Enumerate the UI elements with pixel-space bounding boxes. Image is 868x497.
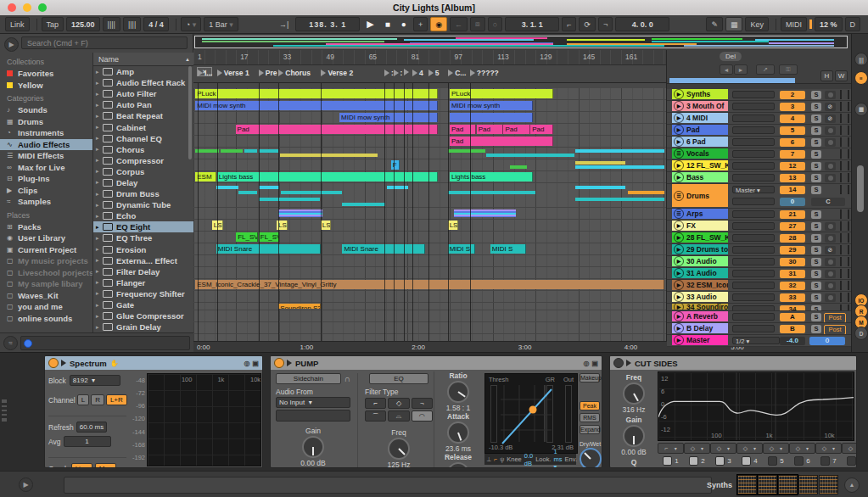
track-io-field[interactable] bbox=[732, 234, 775, 242]
band-filter-select[interactable]: ◇▾ bbox=[684, 443, 710, 454]
clip-lane[interactable] bbox=[193, 322, 666, 334]
device-list-item[interactable]: ▸Drum Buss bbox=[93, 188, 193, 199]
device-list-item[interactable]: ▸Chorus bbox=[93, 144, 193, 155]
track-name-chip[interactable]: ▶FX bbox=[672, 221, 728, 231]
expand-arrow-icon[interactable]: ▸ bbox=[96, 102, 103, 109]
audio-from-channel-select[interactable] bbox=[276, 410, 350, 422]
solo-button[interactable]: S bbox=[811, 258, 821, 266]
mini-clip[interactable] bbox=[238, 191, 257, 194]
solo-button[interactable]: S bbox=[811, 186, 821, 194]
solo-button[interactable]: S bbox=[811, 282, 821, 290]
track-row[interactable]: ▶29 Drums to29S⊘ bbox=[667, 244, 852, 256]
clip-lane[interactable]: MIDI SnareMIDI SnareMIDI SMIDI S bbox=[193, 243, 666, 255]
track-io-field[interactable] bbox=[732, 126, 775, 134]
collection-item[interactable]: Favorites bbox=[0, 68, 92, 80]
channel-lr-button[interactable]: L+R bbox=[106, 394, 127, 405]
solo-button[interactable]: S bbox=[811, 114, 821, 123]
expand-arrow-icon[interactable]: ▸ bbox=[96, 168, 103, 175]
expand-arrow-icon[interactable]: ▸ bbox=[96, 80, 103, 87]
clip-lane[interactable]: Pad bbox=[193, 136, 666, 148]
device-thumbnail[interactable] bbox=[758, 475, 777, 494]
track-unfold-icon[interactable]: ▶ bbox=[674, 221, 684, 231]
activity-view-icon[interactable]: ⊥ bbox=[486, 456, 491, 463]
clip-lane[interactable] bbox=[193, 310, 666, 322]
track-row[interactable]: ☰DrumsMaster ▾14S0C bbox=[667, 184, 852, 209]
expand-arrow-icon[interactable]: ▸ bbox=[96, 213, 103, 220]
device-scroll-grip[interactable] bbox=[2, 399, 7, 422]
forward-arrow-icon[interactable]: ► bbox=[734, 64, 748, 75]
band-filter-select[interactable]: ◇▾ bbox=[815, 443, 842, 454]
scene-menu-icon[interactable]: ≡ bbox=[854, 71, 868, 85]
arm-button[interactable] bbox=[825, 293, 836, 302]
sidebar-item-sounds[interactable]: ♪Sounds bbox=[0, 104, 92, 116]
ratio-knob[interactable] bbox=[447, 381, 469, 403]
band-filter-select[interactable]: ◇▾ bbox=[736, 443, 763, 454]
new-midi-button[interactable]: + bbox=[413, 17, 428, 31]
solo-button[interactable]: S bbox=[811, 234, 821, 243]
save-preset-icon[interactable]: ▣ bbox=[591, 360, 598, 367]
track-name-chip[interactable]: ▶Pad bbox=[672, 125, 728, 135]
sidebar-item-clips[interactable]: ▶Clips bbox=[0, 185, 92, 197]
clip-lane[interactable] bbox=[193, 148, 666, 159]
group-value[interactable]: 0 bbox=[780, 198, 805, 206]
device-list-item[interactable]: ▸Externa... Effect bbox=[93, 255, 193, 266]
automation-lanes-icon[interactable]: ||| bbox=[854, 53, 868, 66]
mini-clip[interactable] bbox=[244, 149, 256, 153]
band-checkbox[interactable] bbox=[689, 456, 698, 466]
track-unfold-icon[interactable]: ▶ bbox=[674, 335, 684, 345]
mini-clip[interactable] bbox=[448, 191, 536, 194]
expand-arrow-icon[interactable]: ▸ bbox=[96, 191, 103, 198]
compressor-title-bar[interactable]: PUMP ◎▣ bbox=[271, 356, 602, 370]
track-name-chip[interactable]: ▶28 FL_SW_Ki bbox=[672, 232, 728, 243]
clip-lane[interactable] bbox=[193, 291, 666, 303]
expand-arrow-icon[interactable]: ▸ bbox=[96, 290, 103, 297]
session-record-button[interactable]: ○ bbox=[488, 17, 502, 31]
clip-area[interactable]: PLuckPLuckMIDI mow synthMIDI mow synthMI… bbox=[193, 83, 666, 341]
metronome-button[interactable]: ◔ ▾ bbox=[181, 17, 201, 31]
block-size-select[interactable]: 8192 ▾ bbox=[70, 375, 120, 386]
arm-button[interactable]: ⊘ bbox=[825, 246, 836, 254]
arrangement-clip[interactable]: MIDI mow synth bbox=[339, 113, 438, 122]
mini-clip[interactable] bbox=[575, 186, 624, 189]
track-name-chip[interactable]: ▶29 Drums to bbox=[672, 244, 728, 254]
arrangement-clip[interactable]: ESM_Iconic_Crackle_37_Vintage_Vinyl_Grit… bbox=[195, 280, 664, 289]
arrangement-clip[interactable]: MIDI Snare bbox=[216, 244, 322, 254]
solo-button[interactable]: S bbox=[811, 162, 821, 170]
toggle-d-button[interactable]: D bbox=[854, 327, 868, 340]
device-list-item[interactable]: ▸Auto Filter bbox=[93, 88, 193, 99]
play-button[interactable]: ▶ bbox=[362, 18, 378, 31]
track-height-button[interactable]: H bbox=[820, 70, 833, 81]
track-name-chip[interactable]: ▶A Reverb bbox=[672, 311, 728, 321]
arrangement-clip[interactable]: MIDI mow synth bbox=[450, 101, 534, 110]
attack-knob[interactable] bbox=[447, 422, 469, 444]
track-io-field[interactable] bbox=[732, 313, 775, 321]
track-name-chip[interactable]: ▶30 Audio bbox=[672, 256, 728, 266]
sidechain-button[interactable]: Sidechain bbox=[276, 373, 341, 384]
mini-clip[interactable] bbox=[575, 149, 664, 153]
expand-button[interactable]: Expand bbox=[580, 425, 600, 434]
spectrum-display[interactable]: 1001k10k bbox=[147, 373, 261, 466]
track-number-button[interactable]: 21 bbox=[780, 210, 805, 219]
loop-button[interactable]: ⟳ bbox=[579, 17, 596, 31]
re-enable-automation-button[interactable]: ← bbox=[450, 17, 468, 31]
track-row[interactable]: ☰Arps21S bbox=[667, 209, 852, 221]
arm-button[interactable] bbox=[825, 234, 836, 243]
solo-button[interactable]: S bbox=[811, 313, 821, 321]
eq-curve-display[interactable]: 1260-6-121001k10k bbox=[658, 371, 854, 441]
master-pan-value[interactable]: 0 bbox=[809, 337, 845, 345]
track-row[interactable]: ▶B DelayBSPost bbox=[667, 323, 852, 335]
mini-clip[interactable] bbox=[259, 186, 280, 189]
band-checkbox[interactable] bbox=[820, 456, 830, 466]
locator-flag[interactable]: C... bbox=[448, 69, 466, 77]
band-filter-select[interactable]: ◇▾ bbox=[763, 443, 789, 454]
arm-button[interactable] bbox=[825, 162, 836, 170]
track-unfold-icon[interactable]: ▶ bbox=[674, 125, 684, 135]
sidebar-item-my-music-projects[interactable]: ▢My music projects bbox=[0, 255, 92, 267]
tempo-field[interactable]: 125.00 bbox=[66, 17, 100, 31]
expand-arrow-icon[interactable]: ▸ bbox=[96, 268, 103, 275]
solo-button[interactable]: S bbox=[811, 305, 821, 312]
mini-clip[interactable] bbox=[195, 149, 219, 153]
filter-lowpass-icon[interactable]: ⌒ bbox=[365, 410, 386, 422]
track-number-button[interactable]: 32 bbox=[780, 282, 805, 290]
punch-in-button[interactable]: ⌐ bbox=[562, 17, 576, 31]
